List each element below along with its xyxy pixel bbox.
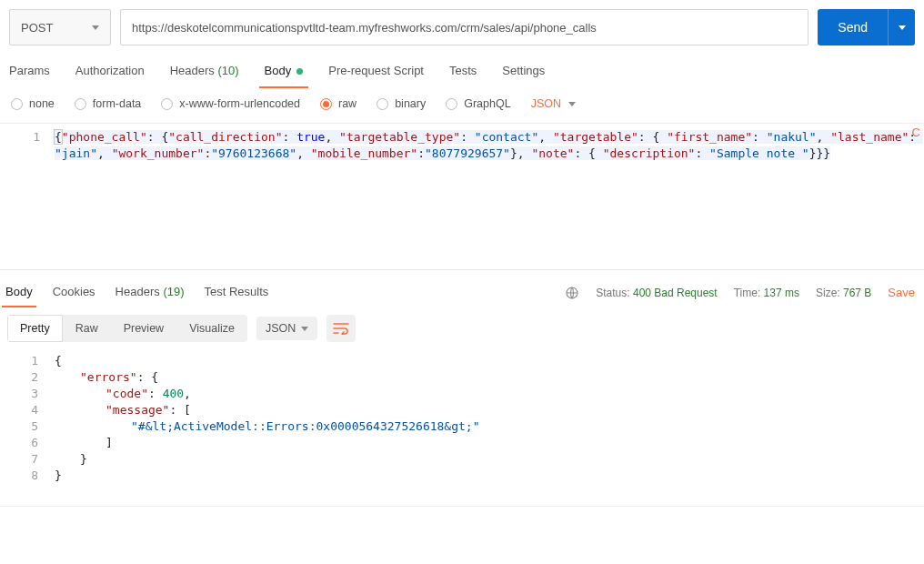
http-method-dropdown[interactable]: POST	[9, 9, 111, 45]
response-view-segmented: Pretty Raw Preview Visualize	[7, 315, 247, 342]
body-type-formdata[interactable]: form-data	[75, 97, 142, 110]
chevron-down-icon	[568, 102, 576, 106]
response-type-dropdown[interactable]: JSON	[256, 317, 317, 340]
save-response-button[interactable]: Save	[888, 286, 915, 299]
tab-headers[interactable]: Headers (10)	[170, 55, 239, 88]
tab-body[interactable]: Body	[265, 55, 304, 88]
wrap-lines-button[interactable]	[326, 315, 356, 342]
http-method-value: POST	[21, 21, 53, 35]
dot-indicator-icon	[296, 68, 303, 75]
view-preview[interactable]: Preview	[111, 315, 176, 342]
tab-params[interactable]: Params	[9, 55, 50, 88]
body-type-xform[interactable]: x-www-form-urlencoded	[161, 97, 300, 110]
response-tab-body[interactable]: Body	[5, 277, 33, 307]
tab-settings[interactable]: Settings	[502, 55, 545, 88]
tab-authorization[interactable]: Authorization	[75, 55, 145, 88]
wrap-icon	[333, 322, 349, 335]
body-type-raw[interactable]: raw	[320, 97, 357, 110]
body-content-type-dropdown[interactable]: JSON	[531, 97, 576, 110]
globe-icon	[565, 286, 579, 300]
body-type-graphql[interactable]: GraphQL	[446, 97, 510, 110]
view-pretty[interactable]: Pretty	[7, 315, 63, 342]
response-tab-cookies[interactable]: Cookies	[53, 277, 95, 307]
response-tab-headers[interactable]: Headers (19)	[116, 277, 185, 307]
cutoff-char: C	[912, 126, 920, 139]
response-tab-testresults[interactable]: Test Results	[205, 277, 269, 307]
body-type-binary[interactable]: binary	[377, 97, 426, 110]
response-time: 137 ms	[764, 287, 799, 299]
view-raw[interactable]: Raw	[63, 315, 111, 342]
response-status: 400 Bad Request	[633, 287, 718, 299]
response-size: 767 B	[843, 287, 871, 299]
response-body-editor[interactable]: 12345678 { "errors": { "code": 400, "mes…	[0, 349, 924, 506]
chevron-down-icon	[92, 25, 99, 30]
request-body-editor[interactable]: 1 {"phone_call": {"call_direction": true…	[0, 124, 924, 269]
tab-tests[interactable]: Tests	[449, 55, 477, 88]
chevron-down-icon	[301, 327, 308, 331]
body-type-none[interactable]: none	[11, 97, 55, 110]
view-visualize[interactable]: Visualize	[176, 315, 247, 342]
request-url-input[interactable]	[120, 9, 808, 45]
send-options-dropdown[interactable]	[888, 9, 915, 45]
chevron-down-icon	[899, 25, 906, 30]
send-button[interactable]: Send	[818, 9, 888, 45]
tab-prerequest[interactable]: Pre-request Script	[328, 55, 424, 88]
